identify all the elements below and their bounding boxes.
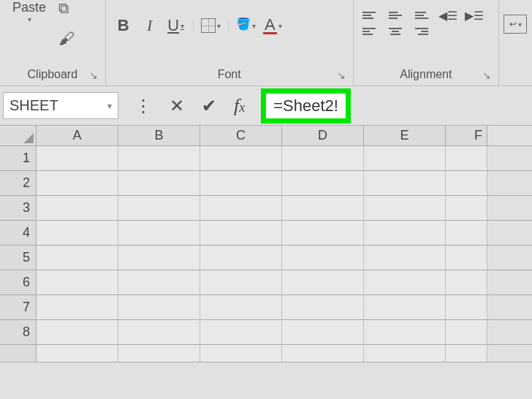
cell-C1[interactable] [200,146,282,170]
font-color-dropdown-icon[interactable]: ▾ [278,22,282,30]
decrease-indent-button[interactable]: ◀☰ [437,7,459,23]
cell-D2[interactable] [282,171,364,195]
row-header-6[interactable]: 6 [0,270,37,294]
row-header-3[interactable]: 3 [0,196,37,220]
cell-B2[interactable] [118,171,200,195]
formula-more-icon[interactable]: ⋮ [134,96,152,116]
fill-dropdown-icon[interactable]: ▾ [252,22,256,30]
borders-button[interactable]: ▾ [201,15,221,37]
bold-button[interactable]: B [113,15,134,37]
col-header-E[interactable]: E [364,126,446,145]
format-painter-icon[interactable]: 🖌 [58,29,75,48]
cancel-icon[interactable]: ✕ [170,96,184,116]
select-all-corner[interactable] [0,126,37,145]
row-header-4[interactable]: 4 [0,221,37,245]
cell-A4[interactable] [37,221,118,245]
cell-B1[interactable] [118,146,200,170]
cell-F2[interactable] [446,171,487,195]
italic-button[interactable]: I [140,15,160,37]
cell-D1[interactable] [282,146,364,170]
col-header-B[interactable]: B [118,126,200,145]
cell-A6[interactable] [37,270,118,294]
formula-input[interactable]: =Sheet2! [261,88,351,123]
cell-D5[interactable] [282,246,364,270]
formula-input-area[interactable]: =Sheet2! [261,92,532,119]
cell-F8[interactable] [446,320,487,344]
align-bottom-button[interactable] [411,7,433,23]
cell-A9[interactable] [37,345,118,362]
cell-A3[interactable] [37,196,118,220]
cell-C9[interactable] [200,345,282,362]
cell-E7[interactable] [364,295,446,319]
font-color-button[interactable]: A ▾ [262,15,283,37]
row-header-7[interactable]: 7 [0,295,37,319]
cell-F5[interactable] [446,246,487,270]
name-box-dropdown-icon[interactable]: ▾ [107,101,112,111]
borders-dropdown-icon[interactable]: ▾ [217,22,221,30]
col-header-C[interactable]: C [200,126,282,145]
cell-B3[interactable] [118,196,200,220]
col-header-F[interactable]: F [446,126,487,145]
align-top-button[interactable] [358,7,380,23]
cell-E5[interactable] [364,246,446,270]
cell-E2[interactable] [364,171,446,195]
cell-E6[interactable] [364,270,446,294]
row-header-1[interactable]: 1 [0,146,37,170]
cell-E1[interactable] [364,146,446,170]
cell-E4[interactable] [364,221,446,245]
cell-E3[interactable] [364,196,446,220]
cell-F1[interactable] [446,146,487,170]
cell-F9[interactable] [446,345,487,362]
cell-B5[interactable] [118,246,200,270]
cell-F6[interactable] [446,270,487,294]
cell-B9[interactable] [118,345,200,362]
cell-E8[interactable] [364,320,446,344]
cell-F4[interactable] [446,221,487,245]
wrap-text-button[interactable]: ↩▾ [503,15,527,34]
col-header-D[interactable]: D [282,126,364,145]
font-dialog-launcher[interactable]: ↘ [337,69,346,78]
cell-A7[interactable] [37,295,118,319]
row-header-8[interactable]: 8 [0,320,37,344]
paste-dropdown-icon[interactable]: ▾ [7,15,51,23]
copy-icon[interactable]: ⧉ [58,0,69,17]
row-header-5[interactable]: 5 [0,246,37,270]
enter-icon[interactable]: ✔ [202,96,216,116]
clipboard-dialog-launcher[interactable]: ↘ [89,69,98,78]
cell-F3[interactable] [446,196,487,220]
col-header-A[interactable]: A [37,126,118,145]
cell-D8[interactable] [282,320,364,344]
cell-D6[interactable] [282,270,364,294]
align-middle-button[interactable] [384,7,406,23]
alignment-dialog-launcher[interactable]: ↘ [482,69,491,78]
cell-C7[interactable] [200,295,282,319]
cell-B6[interactable] [118,270,200,294]
cell-E9[interactable] [364,345,446,362]
fx-icon[interactable]: fx [234,95,245,117]
cell-A8[interactable] [37,320,118,344]
name-box[interactable]: SHEET ▾ [3,92,118,119]
underline-button[interactable]: U ▾ [166,15,186,37]
cell-A2[interactable] [37,171,118,195]
cell-C3[interactable] [200,196,282,220]
underline-dropdown-icon[interactable]: ▾ [180,22,184,30]
align-left-button[interactable] [358,23,380,39]
cell-C8[interactable] [200,320,282,344]
cell-B4[interactable] [118,221,200,245]
row-header-2[interactable]: 2 [0,171,37,195]
cell-F7[interactable] [446,295,487,319]
cell-B7[interactable] [118,295,200,319]
cell-B8[interactable] [118,320,200,344]
align-center-button[interactable] [384,23,406,39]
row-header-9[interactable] [0,345,37,362]
align-right-button[interactable] [411,23,433,39]
cell-C5[interactable] [200,246,282,270]
cell-D9[interactable] [282,345,364,362]
cell-C2[interactable] [200,171,282,195]
cell-D4[interactable] [282,221,364,245]
increase-indent-button[interactable]: ▶☰ [463,7,485,23]
paste-button[interactable]: Paste ▾ [7,0,51,23]
cell-D3[interactable] [282,196,364,220]
cell-C4[interactable] [200,221,282,245]
fill-color-button[interactable]: ▾ [236,15,256,37]
